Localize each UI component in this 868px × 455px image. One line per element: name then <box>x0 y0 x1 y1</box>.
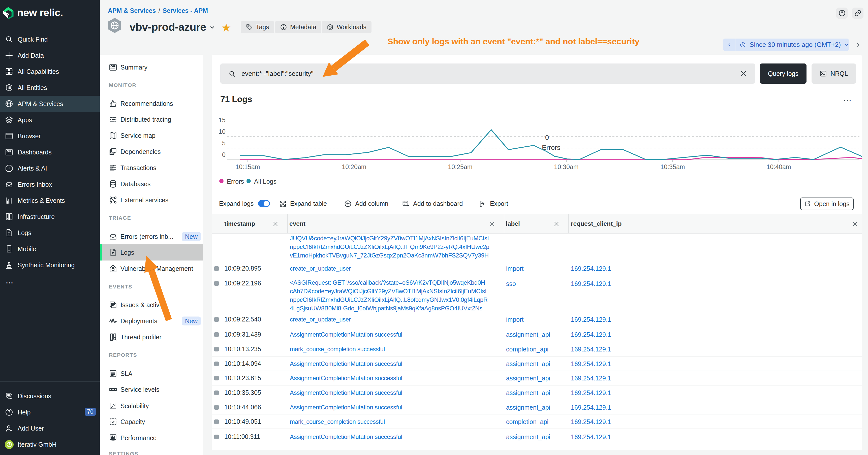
svg-text:15: 15 <box>218 117 225 124</box>
svg-text:10:15am: 10:15am <box>236 163 260 170</box>
svg-text:10:35am: 10:35am <box>660 163 685 170</box>
svg-text:5: 5 <box>222 139 225 147</box>
svg-text:10:25am: 10:25am <box>448 163 472 170</box>
svg-text:10:30am: 10:30am <box>554 163 579 170</box>
svg-text:10:40am: 10:40am <box>767 163 791 170</box>
svg-text:10: 10 <box>218 128 225 135</box>
svg-text:0: 0 <box>222 151 225 158</box>
svg-text:10:20am: 10:20am <box>342 163 366 170</box>
svg-text:0: 0 <box>545 134 549 141</box>
